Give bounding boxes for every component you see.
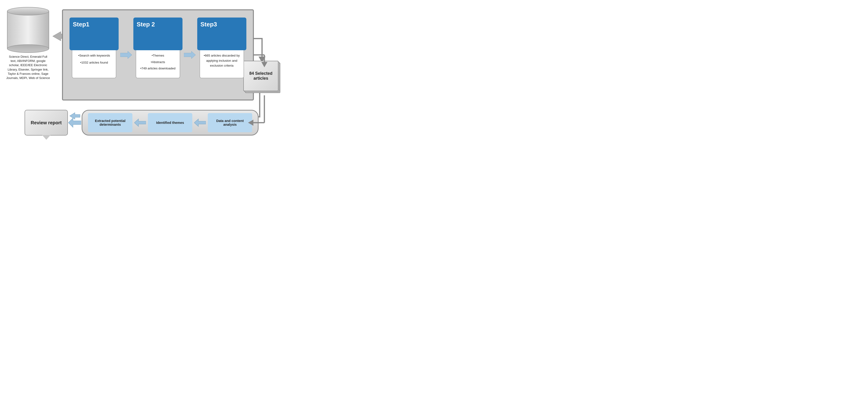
pipeline-arrow-1 bbox=[134, 117, 146, 128]
step1-label: Step1 bbox=[73, 21, 89, 28]
step3-connector-line bbox=[254, 39, 262, 57]
selected-articles-label: 84 Selected articles bbox=[246, 71, 276, 81]
review-report-label: Review report bbox=[31, 120, 62, 126]
pipeline-to-review-svg-arrow bbox=[68, 116, 81, 130]
step3-label: Step3 bbox=[200, 21, 217, 28]
step1-header: Step1 bbox=[69, 18, 119, 50]
arrow-step1-step2 bbox=[120, 50, 132, 60]
step2-bullet3: •749 articles downloaded bbox=[140, 66, 177, 71]
svg-marker-2 bbox=[68, 118, 81, 127]
step1-bullet1: •Search with keywords bbox=[75, 53, 113, 58]
step2-bullet1: •Themes bbox=[140, 53, 177, 58]
step2-card: Step 2 •Themes •Abstracts •749 articles … bbox=[133, 18, 183, 92]
svg-marker-1 bbox=[184, 51, 195, 59]
steps-container: Step1 •Search with keywords •1032 articl… bbox=[62, 9, 254, 101]
pipeline-arrow-2 bbox=[194, 117, 206, 128]
step3-bullet1: •665 articles discarded by applying incl… bbox=[203, 53, 240, 68]
step2-header: Step 2 bbox=[133, 18, 183, 50]
pipeline-item-identified: Identified themes bbox=[148, 113, 192, 132]
bottom-row: Review report Extracted potential determ… bbox=[25, 110, 258, 136]
review-report-bubble: Review report bbox=[25, 110, 68, 136]
step3-card: Step3 •665 articles discarded by applyin… bbox=[197, 18, 246, 92]
cylinder-top bbox=[7, 7, 49, 15]
stack-card-front: 84 Selected articles bbox=[243, 61, 278, 91]
step1-bullet2: •1032 articles found bbox=[75, 60, 113, 65]
database-cylinder bbox=[7, 7, 49, 53]
svg-marker-0 bbox=[120, 51, 132, 59]
database-sources-text: Science Direct, Emerald Full text, ABI/I… bbox=[5, 55, 52, 80]
step2-bullet2: •Abstracts bbox=[140, 60, 177, 65]
arrow-step2-step3 bbox=[184, 50, 195, 60]
svg-marker-3 bbox=[134, 119, 146, 127]
pipeline-item-data-analysis: Data and content analysis bbox=[208, 113, 252, 132]
step3-header: Step3 bbox=[197, 18, 246, 50]
database-section: Science Direct, Emerald Full text, ABI/I… bbox=[5, 7, 52, 80]
step2-label: Step 2 bbox=[136, 21, 155, 28]
pipeline-item-extracted: Extracted potential determinants bbox=[88, 113, 132, 132]
cylinder-body bbox=[7, 11, 49, 48]
pipeline-box: Extracted potential determinants Identif… bbox=[82, 110, 258, 136]
cylinder-bottom bbox=[7, 44, 49, 53]
selected-articles-section: 84 Selected articles bbox=[243, 61, 281, 95]
step1-card: Step1 •Search with keywords •1032 articl… bbox=[69, 18, 119, 92]
svg-marker-4 bbox=[194, 119, 206, 127]
diagram-wrapper: Science Direct, Emerald Full text, ABI/I… bbox=[5, 5, 285, 138]
